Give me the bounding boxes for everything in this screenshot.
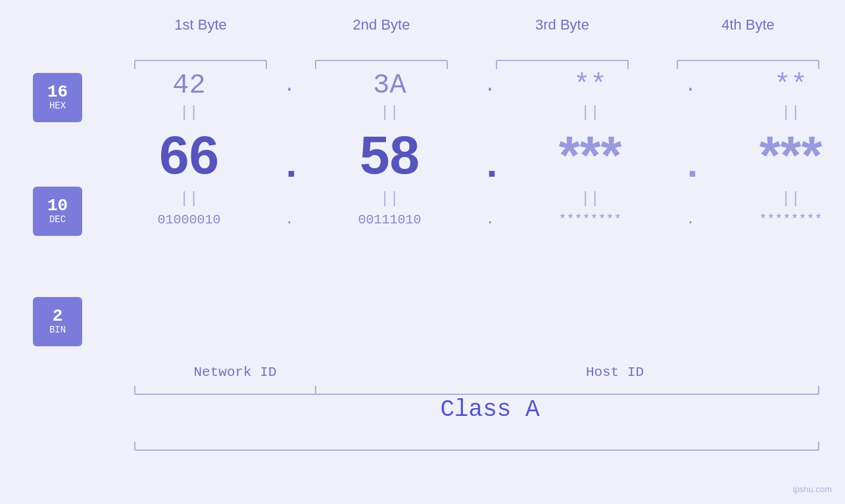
watermark: ipshu.com (793, 484, 832, 494)
hex-base-number: 16 (47, 83, 68, 101)
byte1-header: 1st Byte (135, 16, 266, 34)
hex-base-label: HEX (49, 101, 66, 112)
eq5: || (99, 190, 279, 208)
dec-badge: 10 DEC (33, 187, 82, 236)
dec-dot2: . (480, 147, 500, 186)
hex-dot1: . (279, 74, 299, 97)
bin-byte1: 01000010 (99, 212, 279, 227)
hex-byte3: ** (500, 70, 681, 101)
network-id-label: Network ID (135, 365, 335, 380)
bin-dot1: . (279, 212, 299, 228)
eq8: || (700, 190, 845, 208)
hex-byte1: 42 (99, 70, 279, 101)
eq2: || (299, 104, 480, 122)
eq6: || (299, 190, 480, 208)
dec-byte1: 66 (99, 124, 279, 186)
bin-byte3: ******** (500, 212, 681, 227)
dec-base-number: 10 (47, 197, 68, 214)
dec-byte4: *** (700, 124, 845, 186)
dec-base-label: DEC (49, 214, 66, 225)
byte4-header: 4th Byte (677, 16, 819, 34)
eq4: || (700, 104, 845, 122)
bin-dot2: . (480, 212, 500, 228)
bin-base-label: BIN (49, 325, 66, 336)
dec-dot1: . (279, 147, 299, 186)
bin-dot3: . (681, 212, 700, 228)
bin-byte2: 00111010 (299, 212, 480, 227)
class-a-label: Class A (440, 396, 539, 423)
hex-dot3: . (681, 74, 700, 97)
bin-badge: 2 BIN (33, 297, 82, 346)
hex-dot2: . (480, 74, 500, 97)
byte2-header: 2nd Byte (316, 16, 447, 34)
host-id-label: Host ID (385, 365, 845, 380)
hex-badge: 16 HEX (33, 73, 82, 122)
main-container: 1st Byte 2nd Byte 3rd Byte 4th Byte 16 H… (0, 0, 845, 504)
dec-byte2: 58 (299, 124, 480, 186)
bin-base-number: 2 (53, 308, 63, 325)
eq3: || (500, 104, 681, 122)
byte3-header: 3rd Byte (496, 16, 628, 34)
eq7: || (500, 190, 681, 208)
hex-byte2: 3A (299, 70, 480, 101)
bin-byte4: ******** (700, 212, 845, 227)
dec-byte3: *** (500, 124, 681, 186)
dec-dot3: . (681, 147, 700, 186)
hex-byte4: ** (700, 70, 845, 101)
eq1: || (99, 104, 279, 122)
